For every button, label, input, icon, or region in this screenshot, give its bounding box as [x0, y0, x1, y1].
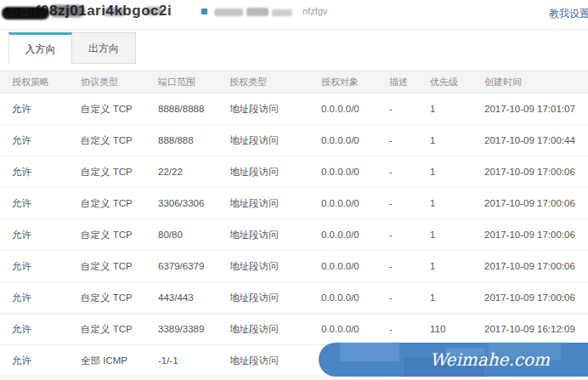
censor-smudge: [144, 7, 163, 15]
cell-auth-type: 地址段访问: [218, 251, 309, 282]
cell-port-range: 8888/8888: [146, 94, 218, 125]
cell-description: -: [377, 156, 418, 188]
cell-priority: 1: [418, 219, 472, 251]
column-header-protocol: 协议类型: [69, 71, 146, 94]
censor-smudge: [246, 8, 269, 16]
cell-auth-type: 地址段访问: [218, 345, 309, 377]
table-row: 允许 自定义 TCP 888/888 地址段访问 0.0.0.0/0 - 1 2…: [0, 125, 588, 156]
teach-me-setup-link[interactable]: 教我设置: [549, 8, 588, 20]
cell-policy: 允许: [0, 345, 69, 377]
cell-priority: 1: [418, 282, 472, 314]
cell-description: -: [377, 282, 418, 314]
cell-auth-type: 地址段访问: [218, 219, 309, 251]
cell-protocol: 自定义 TCP: [69, 219, 146, 251]
cell-description: -: [377, 251, 418, 282]
cell-created-time: 2017-10-09 17:00:06: [472, 282, 588, 314]
cell-priority: 110: [418, 314, 472, 345]
rules-table: 授权策略 协议类型 端口范围 授权类型 授权对象 描述 优先级 创建时间 允许 …: [0, 71, 588, 377]
table-row: 允许 自定义 TCP 8888/8888 地址段访问 0.0.0.0/0 - 1…: [0, 94, 588, 125]
cell-protocol: 自定义 TCP: [69, 94, 146, 125]
cell-auth-object: 0.0.0.0/0: [309, 251, 377, 282]
cell-policy: 允许: [0, 251, 69, 282]
watermark-mosaic: [340, 343, 399, 361]
help-link-container: 教我设置: [549, 5, 588, 21]
cell-priority: 1: [418, 156, 472, 188]
cell-port-range: 6379/6379: [146, 251, 218, 282]
column-header-auth-type: 授权类型: [218, 71, 309, 94]
cell-protocol: 全部 ICMP: [69, 345, 146, 377]
cell-auth-object: 0.0.0.0/0: [309, 94, 377, 125]
cell-port-range: 3389/3389: [146, 314, 218, 345]
censor-smudge: [272, 9, 292, 16]
cell-priority: 1: [418, 188, 472, 219]
blue-square-icon: [201, 9, 207, 14]
cell-priority: 1: [418, 251, 472, 282]
censor-smudge: [104, 8, 126, 16]
tab-outbound[interactable]: 出方向: [72, 32, 136, 64]
cell-protocol: 自定义 TCP: [69, 251, 146, 282]
watermark-text: Weimahe.com: [430, 349, 550, 370]
cell-auth-object: 0.0.0.0/0: [309, 125, 377, 156]
cell-policy: 允许: [0, 188, 69, 219]
cell-auth-object: 0.0.0.0/0: [309, 314, 377, 345]
cell-auth-object: 0.0.0.0/0: [309, 188, 377, 219]
cell-created-time: 2017-10-09 17:00:06: [472, 188, 588, 219]
cell-policy: 允许: [0, 219, 69, 251]
cell-created-time: 2017-10-09 17:00:06: [472, 156, 588, 188]
security-group-rules-page: { "header": { "resource_id": "sg-cf08zj0…: [0, 0, 588, 380]
table-header-row: 授权策略 协议类型 端口范围 授权类型 授权对象 描述 优先级 创建时间: [0, 71, 588, 94]
table-row: 允许 自定义 TCP 3389/3389 地址段访问 0.0.0.0/0 - 1…: [0, 314, 588, 345]
column-header-policy: 授权策略: [0, 71, 69, 94]
cell-auth-type: 地址段访问: [218, 188, 309, 219]
cell-created-time: 2017-10-09 17:00:44: [472, 125, 588, 156]
cell-auth-type: 地址段访问: [218, 156, 309, 188]
column-header-created-time: 创建时间: [472, 71, 588, 94]
cell-created-time: 2017-10-09 17:00:06: [472, 219, 588, 251]
watermark-pill: Weimahe.com: [319, 343, 588, 377]
cell-policy: 允许: [0, 314, 69, 345]
cell-port-range: -1/-1: [146, 345, 218, 377]
page-header: sg-cf08zj01ari4kbgoc2i nfzfgv 教我设置: [0, 0, 588, 30]
cell-port-range: 3306/3306: [146, 188, 218, 219]
cell-description: -: [377, 188, 418, 219]
cell-priority: 1: [418, 125, 472, 156]
cell-port-range: 443/443: [146, 282, 218, 314]
cell-auth-type: 地址段访问: [218, 125, 309, 156]
cell-protocol: 自定义 TCP: [69, 125, 146, 156]
cell-auth-type: 地址段访问: [218, 314, 309, 345]
table-row: 允许 自定义 TCP 80/80 地址段访问 0.0.0.0/0 - 1 201…: [0, 219, 588, 251]
cell-priority: 1: [418, 94, 472, 125]
cell-auth-object: 0.0.0.0/0: [309, 156, 377, 188]
cell-description: -: [377, 125, 418, 156]
cell-created-time: 2017-10-09 16:12:09: [472, 314, 588, 345]
censor-smudge: [49, 5, 85, 17]
cell-protocol: 自定义 TCP: [69, 188, 146, 219]
tab-inbound[interactable]: 入方向: [8, 32, 72, 64]
table-row: 允许 自定义 TCP 443/443 地址段访问 0.0.0.0/0 - 1 2…: [0, 282, 588, 314]
censor-smudge: [2, 7, 49, 20]
table-row: 允许 自定义 TCP 6379/6379 地址段访问 0.0.0.0/0 - 1…: [0, 251, 588, 282]
cell-policy: 允许: [0, 156, 69, 188]
cell-created-time: 2017-10-09 17:00:06: [472, 251, 588, 282]
column-header-auth-object: 授权对象: [309, 71, 377, 94]
column-header-priority: 优先级: [418, 71, 472, 94]
cell-auth-type: 地址段访问: [218, 94, 309, 125]
cell-protocol: 自定义 TCP: [69, 282, 146, 314]
censor-smudge: [214, 9, 243, 16]
cell-auth-object: 0.0.0.0/0: [309, 219, 377, 251]
cell-policy: 允许: [0, 125, 69, 156]
table-row: 允许 自定义 TCP 22/22 地址段访问 0.0.0.0/0 - 1 201…: [0, 156, 588, 188]
cell-policy: 允许: [0, 94, 69, 125]
column-header-port-range: 端口范围: [146, 71, 218, 94]
direction-tab-bar: 入方向 出方向: [8, 32, 136, 64]
table-row: 允许 自定义 TCP 3306/3306 地址段访问 0.0.0.0/0 - 1…: [0, 188, 588, 219]
cell-created-time: 2017-10-09 17:01:07: [472, 94, 588, 125]
cell-port-range: 80/80: [146, 219, 218, 251]
resource-meta-fragment: nfzfgv: [302, 6, 327, 16]
cell-protocol: 自定义 TCP: [69, 156, 146, 188]
cell-description: -: [377, 94, 418, 125]
cell-description: -: [377, 219, 418, 251]
cell-description: -: [377, 314, 418, 345]
cell-port-range: 22/22: [146, 156, 218, 188]
table-body: 允许 自定义 TCP 8888/8888 地址段访问 0.0.0.0/0 - 1…: [0, 94, 588, 377]
